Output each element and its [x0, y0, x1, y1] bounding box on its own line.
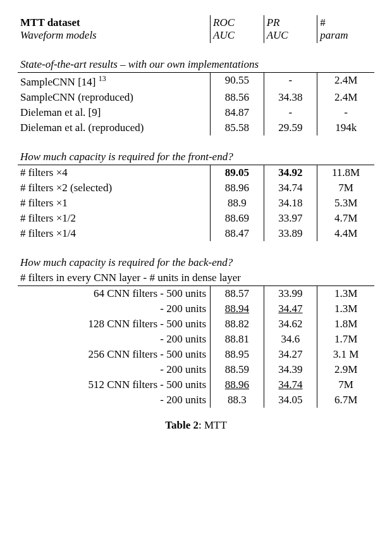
- roc-value: 90.55: [211, 73, 264, 90]
- pr-value: 34.62: [264, 317, 317, 332]
- roc-value: 88.69: [211, 211, 264, 226]
- table-row: # filters ×1/288.6933.974.7M: [18, 211, 374, 226]
- table-caption: Table 2: MTT: [18, 419, 374, 432]
- row-label: 64 CNN filters - 500 units: [18, 285, 211, 301]
- param-value: 2.4M: [317, 73, 374, 90]
- table-row: # filters ×2 (selected)88.9634.747M: [18, 180, 374, 196]
- param-value: 194k: [317, 120, 374, 135]
- param-value: -: [317, 105, 374, 120]
- table-row: 512 CNN filters - 500 units88.9634.747M: [18, 377, 374, 392]
- table-row: # filters ×188.934.185.3M: [18, 196, 374, 211]
- row-label: # filters ×1/4: [18, 226, 211, 241]
- header-pr-b: AUC: [264, 29, 317, 43]
- roc-value: 88.57: [211, 285, 264, 301]
- table-row: - 200 units88.9434.471.3M: [18, 301, 374, 317]
- param-value: 7M: [317, 180, 374, 196]
- param-value: 1.8M: [317, 317, 374, 332]
- table-row: # filters ×489.0534.9211.8M: [18, 165, 374, 180]
- pr-value: 34.6: [264, 332, 317, 347]
- roc-value: 88.9: [211, 196, 264, 211]
- param-value: 1.3M: [317, 301, 374, 317]
- table-row: Dieleman et al. (reproduced)85.5829.5919…: [18, 120, 374, 135]
- table-row: SampleCNN (reproduced)88.5634.382.4M: [18, 90, 374, 105]
- row-label: - 200 units: [18, 301, 211, 317]
- param-value: 6.7M: [317, 392, 374, 408]
- section-heading-backend: How much capacity is required for the ba…: [18, 255, 374, 270]
- table-row: 128 CNN filters - 500 units88.8234.621.8…: [18, 317, 374, 332]
- header-roc-a: ROC: [211, 15, 264, 29]
- table-row: SampleCNN [14] 1390.55-2.4M: [18, 73, 374, 90]
- table-row: - 200 units88.334.056.7M: [18, 392, 374, 408]
- param-value: 2.4M: [317, 90, 374, 105]
- row-label: 512 CNN filters - 500 units: [18, 377, 211, 392]
- row-label: # filters ×1: [18, 196, 211, 211]
- param-value: 11.8M: [317, 165, 374, 180]
- param-value: 2.9M: [317, 362, 374, 377]
- row-label: - 200 units: [18, 362, 211, 377]
- roc-value: 88.82: [211, 317, 264, 332]
- section-subheading-backend: # filters in every CNN layer - # units i…: [18, 270, 374, 286]
- param-value: 1.7M: [317, 332, 374, 347]
- table-row: 256 CNN filters - 500 units88.9534.273.1…: [18, 347, 374, 362]
- roc-value: 85.58: [211, 120, 264, 135]
- param-value: 7M: [317, 377, 374, 392]
- param-value: 4.7M: [317, 211, 374, 226]
- roc-value: 88.96: [211, 180, 264, 196]
- pr-value: 34.74: [264, 180, 317, 196]
- row-label: # filters ×1/2: [18, 211, 211, 226]
- roc-value: 88.94: [211, 301, 264, 317]
- table-row: - 200 units88.5934.392.9M: [18, 362, 374, 377]
- pr-value: 34.92: [264, 165, 317, 180]
- table-row: # filters ×1/488.4733.894.4M: [18, 226, 374, 241]
- row-label: # filters ×4: [18, 165, 211, 180]
- section-heading-frontend: How much capacity is required for the fr…: [18, 149, 374, 165]
- row-label: SampleCNN [14] 13: [18, 73, 211, 90]
- table-row: 64 CNN filters - 500 units88.5733.991.3M: [18, 285, 374, 301]
- roc-value: 88.59: [211, 362, 264, 377]
- param-value: 4.4M: [317, 226, 374, 241]
- pr-value: 34.18: [264, 196, 317, 211]
- header-title-a: MTT dataset: [18, 15, 211, 29]
- pr-value: 34.27: [264, 347, 317, 362]
- roc-value: 88.81: [211, 332, 264, 347]
- pr-value: 34.39: [264, 362, 317, 377]
- section-subheading-label: # filters in every CNN layer - # units i…: [18, 270, 374, 286]
- table-header-row-1: MTT dataset ROC PR #: [18, 15, 374, 29]
- results-table: MTT dataset ROC PR # Waveform models AUC…: [18, 15, 374, 408]
- param-value: 3.1 M: [317, 347, 374, 362]
- section-heading-sota: State-of-the-art results – with our own …: [18, 57, 374, 73]
- row-label: Dieleman et al. (reproduced): [18, 120, 211, 135]
- table-header-row-2: Waveform models AUC AUC param: [18, 29, 374, 43]
- header-roc-b: AUC: [211, 29, 264, 43]
- section-heading-label: State-of-the-art results – with our own …: [18, 57, 374, 73]
- row-label: 128 CNN filters - 500 units: [18, 317, 211, 332]
- row-label: SampleCNN (reproduced): [18, 90, 211, 105]
- param-value: 5.3M: [317, 196, 374, 211]
- header-param-a: #: [317, 15, 374, 29]
- param-value: 1.3M: [317, 285, 374, 301]
- pr-value: 29.59: [264, 120, 317, 135]
- pr-value: -: [264, 105, 317, 120]
- header-param-b: param: [317, 29, 374, 43]
- roc-value: 88.3: [211, 392, 264, 408]
- caption-text: : MTT: [199, 419, 227, 431]
- roc-value: 88.47: [211, 226, 264, 241]
- roc-value: 88.96: [211, 377, 264, 392]
- roc-value: 88.56: [211, 90, 264, 105]
- section-heading-label: How much capacity is required for the fr…: [18, 149, 374, 165]
- row-label: Dieleman et al. [9]: [18, 105, 211, 120]
- pr-value: 33.89: [264, 226, 317, 241]
- row-label: - 200 units: [18, 332, 211, 347]
- header-pr-a: PR: [264, 15, 317, 29]
- row-label: - 200 units: [18, 392, 211, 408]
- roc-value: 84.87: [211, 105, 264, 120]
- pr-value: 34.47: [264, 301, 317, 317]
- pr-value: -: [264, 73, 317, 90]
- pr-value: 34.74: [264, 377, 317, 392]
- table-row: - 200 units88.8134.61.7M: [18, 332, 374, 347]
- roc-value: 88.95: [211, 347, 264, 362]
- row-label: 256 CNN filters - 500 units: [18, 347, 211, 362]
- header-title-b: Waveform models: [18, 29, 211, 43]
- pr-value: 34.38: [264, 90, 317, 105]
- roc-value: 89.05: [211, 165, 264, 180]
